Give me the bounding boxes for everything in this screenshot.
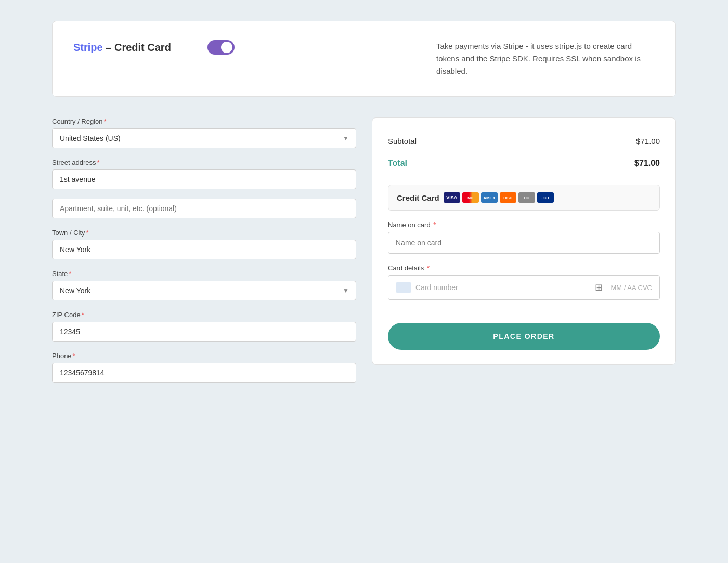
total-label: Total	[388, 159, 407, 168]
street-input[interactable]	[52, 169, 356, 189]
stripe-toggle-wrapper[interactable]	[207, 40, 235, 55]
credit-card-label: Credit Card	[397, 193, 439, 202]
stripe-title-separator: –	[103, 42, 114, 53]
apartment-input[interactable]	[52, 199, 356, 218]
total-row: Total $71.00	[388, 152, 660, 172]
card-grid-icon: ⊞	[595, 282, 603, 293]
phone-group: Phone*	[52, 352, 356, 383]
card-details-label: Card details *	[388, 264, 660, 272]
discover-icon: DISC	[500, 192, 516, 203]
visa-icon: VISA	[444, 192, 460, 203]
card-brand-icon	[396, 282, 411, 293]
state-group: State* New York ▼	[52, 270, 356, 300]
phone-required: *	[73, 352, 75, 360]
jcb-icon: JCB	[537, 192, 554, 203]
card-number-placeholder: Card number	[415, 283, 591, 292]
state-required: *	[69, 270, 71, 278]
phone-input[interactable]	[52, 363, 356, 383]
street-group: Street address*	[52, 159, 356, 218]
zip-group: ZIP Code*	[52, 311, 356, 342]
state-label: State*	[52, 270, 356, 278]
city-input[interactable]	[52, 240, 356, 259]
page-wrapper: Stripe – Credit Card Take payments via S…	[52, 21, 676, 393]
place-order-button[interactable]: PLACE ORDER	[388, 323, 660, 350]
street-required: *	[97, 159, 100, 166]
zip-required: *	[82, 311, 84, 319]
payment-section: Subtotal $71.00 Total $71.00 Credit Card…	[372, 117, 676, 365]
order-summary: Subtotal $71.00 Total $71.00	[388, 133, 660, 172]
card-details-required: *	[425, 264, 430, 272]
country-group: Country / Region* United States (US) ▼	[52, 117, 356, 148]
name-required: *	[432, 221, 436, 229]
phone-label: Phone*	[52, 352, 356, 360]
credit-card-header: Credit Card VISA MC AMEX DISC DC JCB	[388, 185, 660, 211]
card-details-row[interactable]: Card number ⊞ MM / AA CVC	[388, 275, 660, 300]
zip-input[interactable]	[52, 322, 356, 342]
name-on-card-label: Name on card *	[388, 221, 660, 229]
name-on-card-group: Name on card *	[388, 221, 660, 254]
city-group: Town / City*	[52, 229, 356, 259]
country-select-wrapper: United States (US) ▼	[52, 128, 356, 148]
diners-icon: DC	[518, 192, 535, 203]
country-select[interactable]: United States (US)	[52, 128, 356, 148]
main-content: Country / Region* United States (US) ▼ S…	[52, 117, 676, 393]
stripe-toggle[interactable]	[207, 40, 235, 55]
zip-label: ZIP Code*	[52, 311, 356, 319]
card-details-group: Card details * Card number ⊞ MM / AA CVC	[388, 264, 660, 300]
country-required: *	[104, 117, 107, 125]
mastercard-icon: MC	[462, 192, 479, 203]
stripe-title-suffix: Credit Card	[114, 42, 171, 53]
country-label: Country / Region*	[52, 117, 356, 125]
stripe-brand: Stripe	[73, 42, 103, 53]
toggle-slider	[207, 40, 235, 55]
card-expiry-cvc: MM / AA CVC	[611, 284, 652, 292]
total-value: $71.00	[634, 159, 660, 168]
stripe-description: Take payments via Stripe - it uses strip…	[436, 40, 655, 77]
amex-icon: AMEX	[481, 192, 498, 203]
city-required: *	[86, 229, 89, 237]
billing-form: Country / Region* United States (US) ▼ S…	[52, 117, 356, 393]
subtotal-label: Subtotal	[388, 137, 417, 146]
state-select-wrapper: New York ▼	[52, 281, 356, 300]
street-label: Street address*	[52, 159, 356, 166]
subtotal-value: $71.00	[636, 137, 660, 146]
state-select[interactable]: New York	[52, 281, 356, 300]
city-label: Town / City*	[52, 229, 356, 237]
cc-icons-group: VISA MC AMEX DISC DC JCB	[444, 192, 554, 203]
stripe-card-title: Stripe – Credit Card	[73, 42, 171, 54]
stripe-card: Stripe – Credit Card Take payments via S…	[52, 21, 676, 97]
subtotal-row: Subtotal $71.00	[388, 133, 660, 152]
name-on-card-input[interactable]	[388, 232, 660, 254]
